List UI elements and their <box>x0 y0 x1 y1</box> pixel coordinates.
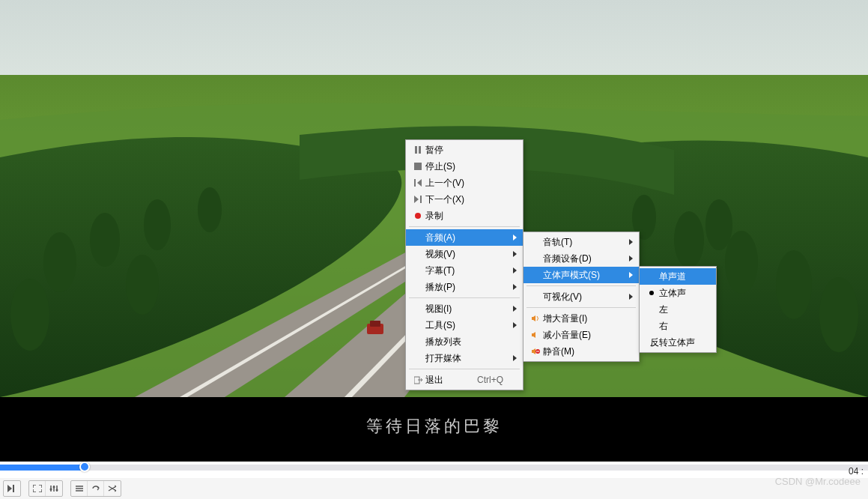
menu-stereo[interactable]: 立体声 <box>640 285 716 301</box>
time-display: 04 : <box>849 466 864 477</box>
menu-playlist[interactable]: 播放列表 <box>406 333 523 350</box>
svg-point-8 <box>674 211 704 268</box>
menu-mute[interactable]: 静音(M) <box>523 343 639 360</box>
menu-pause[interactable]: 暂停 <box>406 142 523 158</box>
svg-rect-15 <box>370 321 380 327</box>
submenu-arrow-icon <box>513 306 517 312</box>
volume-down-icon <box>528 331 543 339</box>
shuffle-button[interactable] <box>104 481 121 496</box>
control-bar <box>0 478 868 499</box>
menu-label: 音频(A) <box>425 232 455 244</box>
playlist-toggle-button[interactable] <box>71 481 88 496</box>
menu-separator <box>409 297 520 298</box>
submenu-arrow-icon <box>629 255 633 261</box>
submenu-arrow-icon <box>513 251 517 257</box>
mute-icon <box>528 348 543 355</box>
menu-next[interactable]: 下一个(X) <box>406 191 523 208</box>
menu-separator <box>526 285 636 286</box>
submenu-arrow-icon <box>513 355 517 361</box>
menu-label: 播放列表 <box>425 336 461 348</box>
submenu-arrow-icon <box>513 267 517 273</box>
menu-stop[interactable]: 停止(S) <box>406 158 523 175</box>
menu-label: 退出 <box>425 374 443 387</box>
svg-point-11 <box>819 277 858 352</box>
menu-previous[interactable]: 上一个(V) <box>406 175 523 191</box>
seek-bar[interactable] <box>0 465 868 471</box>
menu-audio-track[interactable]: 音轨(T) <box>523 234 639 250</box>
seek-knob[interactable] <box>79 462 90 472</box>
radio-selected-icon <box>644 291 659 295</box>
settings-button[interactable] <box>46 481 62 496</box>
menu-label: 音频设备(D) <box>543 252 592 265</box>
svg-point-18 <box>56 489 58 492</box>
record-icon <box>410 212 425 220</box>
stop-icon <box>410 163 425 170</box>
menu-label: 反转立体声 <box>650 336 695 349</box>
menu-separator <box>409 369 520 369</box>
menu-volume-up[interactable]: 增大音量(I) <box>523 310 639 327</box>
exit-icon <box>410 376 425 384</box>
menu-video[interactable]: 视频(V) <box>406 246 523 262</box>
menu-view[interactable]: 视图(I) <box>406 300 523 317</box>
menu-quit[interactable]: 退出Ctrl+Q <box>406 372 523 388</box>
svg-point-22 <box>415 213 421 219</box>
menu-mono[interactable]: 单声道 <box>640 268 716 285</box>
menu-label: 左 <box>659 303 668 316</box>
menu-audio-device[interactable]: 音频设备(D) <box>523 250 639 267</box>
menu-label: 可视化(V) <box>543 291 582 303</box>
svg-point-6 <box>10 279 49 351</box>
seek-progress <box>0 465 82 471</box>
menu-label: 右 <box>659 320 668 333</box>
loop-button[interactable] <box>88 481 104 496</box>
menu-label: 停止(S) <box>425 160 455 173</box>
svg-point-7 <box>126 255 159 315</box>
context-menu: 暂停 停止(S) 上一个(V) 下一个(X) 录制 音频(A) 视频(V) 字幕… <box>405 139 523 390</box>
menu-label: 音轨(T) <box>543 236 572 249</box>
menu-label: 录制 <box>425 210 443 223</box>
menu-label: 播放(P) <box>425 281 455 294</box>
menu-label: 上一个(V) <box>425 177 464 190</box>
audio-submenu: 音轨(T) 音频设备(D) 立体声模式(S) 可视化(V) 增大音量(I) 减小… <box>523 232 640 362</box>
svg-point-9 <box>725 231 758 294</box>
svg-point-17 <box>53 486 55 489</box>
menu-label: 增大音量(I) <box>543 312 587 325</box>
menu-visualization[interactable]: 可视化(V) <box>523 288 639 305</box>
menu-label: 打开媒体 <box>425 352 461 365</box>
menu-audio[interactable]: 音频(A) <box>406 229 523 246</box>
submenu-arrow-icon <box>629 294 633 300</box>
svg-rect-21 <box>414 163 422 170</box>
fullscreen-button[interactable] <box>29 481 46 496</box>
shortcut-label: Ctrl+Q <box>477 375 503 385</box>
menu-left-channel[interactable]: 左 <box>640 301 716 318</box>
svg-point-10 <box>776 250 812 319</box>
pause-icon <box>410 146 425 154</box>
svg-rect-19 <box>415 146 417 154</box>
menu-label: 立体声 <box>659 287 686 300</box>
menu-label: 单声道 <box>659 270 686 283</box>
menu-record[interactable]: 录制 <box>406 208 523 224</box>
menu-label: 视频(V) <box>425 248 455 261</box>
menu-right-channel[interactable]: 右 <box>640 318 716 334</box>
next-button[interactable] <box>4 481 20 496</box>
submenu-arrow-icon <box>513 284 517 290</box>
menu-stereo-mode[interactable]: 立体声模式(S) <box>523 267 639 283</box>
svg-point-2 <box>43 232 76 292</box>
next-icon <box>410 196 425 203</box>
menu-label: 立体声模式(S) <box>543 269 600 282</box>
menu-open-media[interactable]: 打开媒体 <box>406 350 523 366</box>
submenu-arrow-icon <box>629 272 633 278</box>
menu-volume-down[interactable]: 减小音量(E) <box>523 327 639 343</box>
menu-tools[interactable]: 工具(S) <box>406 317 523 333</box>
menu-label: 暂停 <box>425 144 443 157</box>
svg-point-16 <box>50 489 52 491</box>
menu-playback[interactable]: 播放(P) <box>406 279 523 295</box>
svg-rect-0 <box>0 0 868 82</box>
menu-separator <box>526 307 636 308</box>
menu-reverse-stereo[interactable]: 反转立体声 <box>640 334 716 351</box>
menu-subtitle[interactable]: 字幕(T) <box>406 262 523 279</box>
menu-label: 静音(M) <box>543 345 574 358</box>
svg-point-4 <box>144 199 171 250</box>
menu-label: 字幕(T) <box>425 264 455 277</box>
menu-label: 减小音量(E) <box>543 329 591 342</box>
menu-label: 视图(I) <box>425 303 452 315</box>
